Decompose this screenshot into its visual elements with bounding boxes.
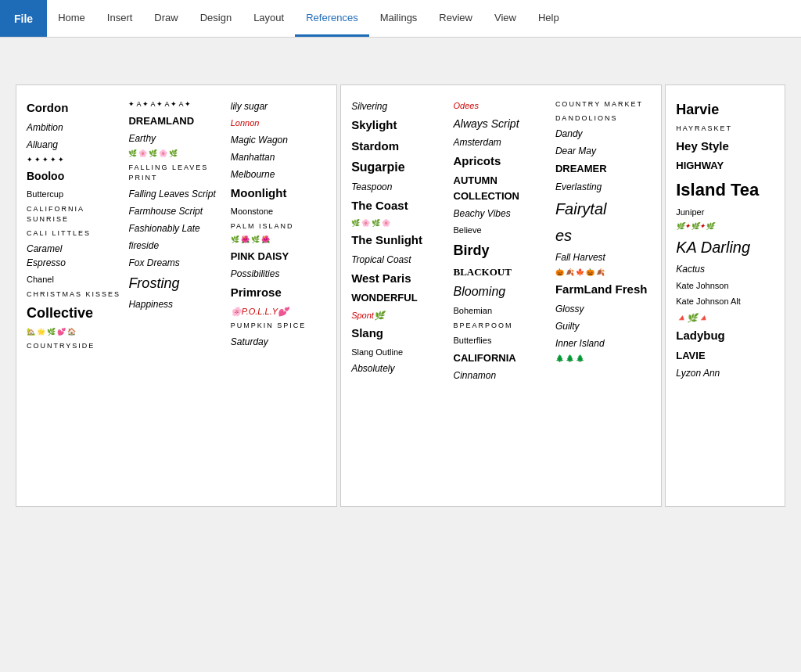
font-inner-island: Inner Island [555, 335, 652, 352]
panel1-col3: lily sugar Lonnon Magic Wagon Manhattan … [230, 98, 327, 353]
font-dandy: Dandy [555, 125, 652, 142]
font-pink-daisy: PINK DAISY [230, 247, 327, 266]
font-deco4: 🌿🌸🌿🌸🌿 [128, 147, 224, 161]
font-kate-johnson-alt: Kate Johnson Alt [675, 293, 775, 310]
font-hayrasket: HAYRASKET [675, 122, 775, 136]
font-farmland-fresh: FarmLand Fresh [555, 279, 652, 300]
font-blackout: BLACKOUT [453, 263, 550, 282]
font-bpearpoom: BPEARPOOM [453, 319, 550, 333]
font-sugarpie: Sugarpie [350, 156, 447, 178]
tab-layout[interactable]: Layout [242, 0, 295, 37]
font-absolutely: Absolutely [350, 360, 447, 377]
panel2-col3: Country Market DANDOLIONS Dandy Dear May… [555, 98, 652, 384]
font-farmhouse-script: Farmhouse Script [128, 203, 224, 220]
font-dreamer: DREAMER [555, 160, 652, 178]
font-juniper: Juniper [675, 204, 775, 221]
font-lavie: LAVIE [675, 347, 775, 365]
panel2-col2: Odees Always Script Amsterdam Apricots A… [453, 98, 550, 384]
font-cordon: Cordon [26, 98, 123, 119]
font-buttercup: Buttercup [26, 186, 123, 203]
font-chanel: Chanel [26, 271, 123, 288]
tab-view[interactable]: View [483, 0, 527, 37]
font-palm-island: PALM ISLAND [230, 220, 327, 234]
font-the-sunlight: The Sunlight [350, 230, 447, 251]
tab-insert[interactable]: Insert [96, 0, 144, 37]
font-amsterdam: Amsterdam [453, 134, 550, 151]
tab-references[interactable]: References [295, 0, 368, 37]
font-deco7: 🎃🍂🍁🎃🍂 [555, 266, 652, 280]
font-deco1: ✦✦✦✦✦ [26, 153, 123, 167]
font-country-market: Country Market [555, 98, 652, 112]
font-highway: HIGHWAY [675, 156, 775, 175]
font-ka-darling: KA Darling [675, 234, 775, 261]
font-primrose: Primrose [230, 282, 327, 304]
font-deco3: ✦A✦A✦A✦A✦ [128, 98, 224, 112]
font-countryside: COUNTRYSIDE [26, 340, 123, 354]
font-glossy: Glossy [555, 300, 652, 318]
font-dreamland: DREAMLAND [128, 112, 224, 131]
font-beachy-vibes: Beachy Vibes [453, 205, 550, 222]
font-melbourne: Melbourne [230, 166, 327, 183]
font-ambition: Ambition [26, 119, 123, 136]
font-magic-wagon: Magic Wagon [230, 131, 327, 149]
font-cali-littles: CALI LITTLES [26, 227, 123, 241]
font-deco8: 🌲🌲🌲 [555, 352, 652, 366]
font-harvie: Harvie [675, 98, 775, 122]
font-blooming: Blooming [453, 281, 550, 303]
tab-help[interactable]: Help [527, 0, 570, 37]
font-booloo: Booloo [26, 167, 123, 186]
font-polly: 🌸P.O.L.L.Y💕 [230, 304, 327, 320]
tab-mailings[interactable]: Mailings [369, 0, 429, 37]
font-slang-outline: Slang Outline [350, 344, 447, 361]
font-es: es [555, 222, 652, 249]
font-california: CALIFORNIA [453, 349, 550, 368]
font-spont: Spont🌿 [350, 307, 447, 324]
font-stardom: Stardom [350, 136, 447, 157]
file-tab[interactable]: File [0, 0, 47, 37]
font-the-coast: The Coast [350, 196, 447, 217]
font-autumn-collection: AUTUMNCOLLECTION [453, 171, 550, 205]
font-happiness: Happiness [128, 296, 224, 313]
font-manhattan: Manhattan [230, 149, 327, 166]
tab-home[interactable]: Home [47, 0, 96, 37]
font-frosting: Frosting [128, 271, 224, 296]
tab-review[interactable]: Review [428, 0, 483, 37]
font-earthy: Earthy [128, 130, 224, 147]
font-hey-style: Hey Style [675, 136, 775, 157]
font-apricots: Apricots [453, 151, 550, 172]
font-guilty: Guilty [555, 318, 652, 335]
font-odees: Odees [453, 98, 550, 114]
font-skylight: Skylight [350, 115, 447, 136]
font-birdy: Birdy [453, 239, 550, 263]
font-panels: Cordon Ambition Alluang ✦✦✦✦✦ Booloo But… [16, 84, 785, 507]
panel2-col1: Silvering Skylight Stardom Sugarpie Teas… [350, 98, 447, 384]
font-deco5: 🌿🌺🌿🌺 [230, 233, 327, 247]
font-possibilities: Possibilities [230, 265, 327, 282]
font-moonlight: Moonlight [230, 183, 327, 204]
font-slang: Slang [350, 323, 447, 344]
font-panel-1: Cordon Ambition Alluang ✦✦✦✦✦ Booloo But… [16, 84, 337, 507]
panel3-col1: Harvie HAYRASKET Hey Style HIGHWAY Islan… [675, 98, 775, 382]
font-bohemian: Bohemian [453, 303, 550, 319]
ribbon-tabs: Home Insert Draw Design Layout Reference… [47, 0, 570, 37]
font-deco6: 🌿🌸🌿🌸 [350, 217, 447, 231]
font-saturday: Saturday [230, 333, 327, 350]
font-panel-3: Harvie HAYRASKET Hey Style HIGHWAY Islan… [665, 84, 785, 507]
font-always-script: Always Script [453, 114, 550, 134]
font-falling-leaves-script: Falling Leaves Script [128, 185, 224, 203]
font-fall-harvest: Fall Harvest [555, 249, 652, 266]
font-butterflies: Butterflies [453, 332, 550, 349]
font-everlasting: Everlasting [555, 178, 652, 196]
font-falling-leaves-print: FALLING LEAVESPRINT [128, 161, 224, 185]
font-moonstone: Moonstone [230, 203, 327, 220]
panel1-col2: ✦A✦A✦A✦A✦ DREAMLAND Earthy 🌿🌸🌿🌸🌿 FALLING… [128, 98, 224, 353]
tab-draw[interactable]: Draw [143, 0, 189, 37]
font-kate-johnson: Kate Johnson [675, 278, 775, 294]
font-fox-dreams: Fox Dreams [128, 254, 224, 271]
font-deco10: 🔺🌿🔺 [675, 310, 775, 326]
font-caramel-espresso: CaramelEspresso [26, 240, 123, 271]
font-wonderful: WONDERFUL [350, 289, 447, 307]
tab-design[interactable]: Design [189, 0, 242, 37]
ribbon: File Home Insert Draw Design Layout Refe… [0, 0, 801, 38]
font-pumpkin-spice: PUMPKIN SPICE [230, 319, 327, 333]
